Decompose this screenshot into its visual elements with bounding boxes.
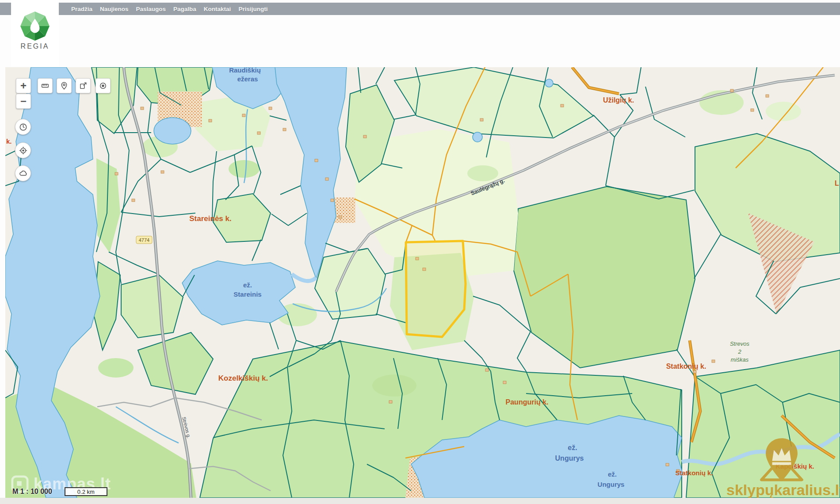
- label-raudiskiu-ezeras-2: ežeras: [237, 75, 258, 83]
- label-ez-stareinis-2: Stareinis: [233, 290, 261, 298]
- label-l-right: L: [835, 179, 839, 187]
- menu-item-naujienos[interactable]: Naujienos: [100, 6, 129, 12]
- target-dot-icon: [99, 82, 107, 90]
- label-raudiskiu-ezeras-1: Raudiškių: [229, 67, 261, 74]
- pond-small: [154, 118, 191, 144]
- crosshair-button[interactable]: [15, 142, 31, 158]
- menu-item-pagalba[interactable]: Pagalba: [173, 6, 196, 12]
- label-stareines: Stareinės k.: [189, 214, 231, 223]
- map-canvas[interactable]: 4774 Raudiškių ežeras Užilgių k. k. L St…: [5, 67, 840, 498]
- road-number-shield: 4774: [136, 236, 152, 244]
- brand-name: REGIA: [11, 42, 59, 50]
- plus-icon: +: [20, 80, 27, 92]
- map-graphics: 4774 Raudiškių ežeras Užilgių k. k. L St…: [5, 67, 840, 498]
- label-paunguriu: Paungurių k.: [506, 398, 549, 406]
- main-menu: Pradžia Naujienos Paslaugos Pagalba Kont…: [71, 3, 267, 15]
- ruler-icon: [41, 82, 49, 90]
- clock-icon: [19, 123, 27, 131]
- label-ungurys-2a: ež.: [608, 470, 617, 478]
- label-strevos-1: Strevos: [730, 340, 750, 347]
- regia-gem-icon: [19, 11, 50, 42]
- minus-icon: −: [20, 95, 27, 107]
- menu-item-paslaugos[interactable]: Paslaugos: [136, 6, 166, 12]
- locate-button[interactable]: [95, 78, 111, 93]
- history-button[interactable]: [15, 119, 31, 135]
- label-ungurys-1b: Ungurys: [555, 454, 584, 462]
- menu-item-prisijungti[interactable]: Prisijungti: [238, 6, 267, 12]
- label-kozelkiskiu: Kozelkiškių k.: [218, 374, 268, 382]
- label-ungurys-1a: ež.: [568, 444, 577, 451]
- road-number-label: 4774: [139, 237, 149, 243]
- label-statkoniu-2: Statkonių k.: [675, 469, 713, 477]
- label-ez-stareinis-1: ež.: [243, 281, 252, 289]
- label-ungurys-2b: Ungurys: [598, 481, 625, 488]
- comment-button[interactable]: [15, 165, 31, 181]
- menu-item-kontaktai[interactable]: Kontaktai: [204, 6, 231, 12]
- regia-app: Pradžia Naujienos Paslaugos Pagalba Kont…: [0, 0, 840, 504]
- measure-button[interactable]: [38, 78, 53, 93]
- map-pin-icon: [60, 82, 68, 90]
- bottom-strip: [0, 498, 840, 504]
- menu-item-pradzia[interactable]: Pradžia: [71, 6, 92, 12]
- zoom-in-button[interactable]: +: [16, 78, 31, 93]
- label-statkoniu-1: Statkonių k.: [666, 363, 706, 370]
- add-marker-button[interactable]: [57, 78, 72, 93]
- label-kapciskiu: Kapčiškių k.: [775, 462, 814, 470]
- label-strevos-2: 2: [737, 348, 741, 355]
- brand-logo[interactable]: REGIA: [11, 0, 59, 66]
- label-k-left: k.: [6, 137, 12, 145]
- label-uzilgiu: Užilgių k.: [603, 96, 634, 104]
- cloud-icon: [19, 169, 27, 178]
- crosshair-icon: [19, 146, 27, 155]
- zoom-out-button[interactable]: −: [16, 94, 31, 109]
- share-icon: [79, 82, 87, 90]
- label-strevos-3: miškas: [731, 356, 749, 363]
- share-button[interactable]: [76, 78, 91, 93]
